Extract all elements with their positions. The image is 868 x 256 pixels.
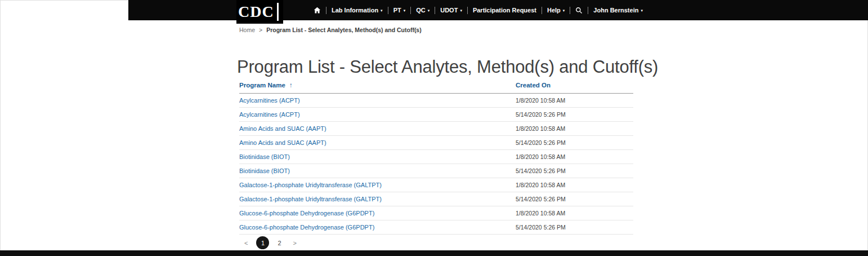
column-label: Created On	[516, 82, 551, 89]
table-row: Acylcarnitines (ACPT) 1/8/2020 10:58 AM	[239, 94, 633, 108]
program-name-cell: Acylcarnitines (ACPT)	[239, 94, 516, 108]
chevron-down-icon: ▾	[381, 8, 383, 13]
nav-home[interactable]	[308, 7, 326, 14]
program-name-cell: Galactose-1-phosphate Uridyltransferase …	[239, 192, 516, 206]
page-title: Program List - Select Analytes, Method(s…	[237, 57, 658, 77]
nav-label: Participation Request	[473, 7, 536, 14]
created-on-cell: 5/14/2020 5:26 PM	[516, 108, 633, 122]
chevron-down-icon: ▾	[404, 8, 406, 13]
table-row: Glucose-6-phosphate Dehydrogenase (G6PDP…	[239, 206, 633, 220]
table-row: Galactose-1-phosphate Uridyltransferase …	[239, 192, 633, 206]
chevron-down-icon: ▾	[460, 8, 462, 13]
program-name-cell: Biotinidase (BIOT)	[239, 150, 516, 164]
nav-label: PT	[393, 7, 401, 14]
program-name-cell: Galactose-1-phosphate Uridyltransferase …	[239, 178, 516, 192]
chevron-down-icon: ▾	[641, 8, 643, 13]
program-link[interactable]: Acylcarnitines (ACPT)	[239, 97, 300, 104]
table-row: Galactose-1-phosphate Uridyltransferase …	[239, 178, 633, 192]
sort-ascending-icon: ↑	[289, 82, 293, 89]
nav-help[interactable]: Help ▾	[542, 7, 570, 14]
created-on-cell: 1/8/2020 10:58 AM	[516, 94, 633, 108]
nav-label: Help	[547, 7, 561, 14]
nav-pt[interactable]: PT ▾	[388, 7, 411, 14]
breadcrumb-separator: >	[259, 27, 262, 33]
program-name-cell: Glucose-6-phosphate Dehydrogenase (G6PDP…	[239, 220, 516, 235]
program-name-cell: Amino Acids and SUAC (AAPT)	[239, 122, 516, 136]
breadcrumb-current: Program List - Select Analytes, Method(s…	[266, 27, 422, 33]
program-link[interactable]: Galactose-1-phosphate Uridyltransferase …	[239, 182, 382, 188]
created-on-cell: 5/14/2020 5:26 PM	[516, 220, 633, 235]
page-1-button[interactable]: 1	[256, 236, 269, 249]
breadcrumb-home-link[interactable]: Home	[239, 27, 255, 33]
cdc-logo-text: CDC	[238, 4, 274, 20]
program-name-cell: Acylcarnitines (ACPT)	[239, 108, 516, 122]
table-row: Acylcarnitines (ACPT) 5/14/2020 5:26 PM	[239, 108, 633, 122]
prev-page-button[interactable]: <	[241, 238, 251, 248]
program-link[interactable]: Biotinidase (BIOT)	[239, 153, 290, 160]
nav-udot[interactable]: UDOT ▾	[435, 7, 467, 14]
program-link[interactable]: Amino Acids and SUAC (AAPT)	[239, 125, 326, 132]
program-name-cell: Biotinidase (BIOT)	[239, 164, 516, 178]
table-row: Biotinidase (BIOT) 1/8/2020 10:58 AM	[239, 150, 633, 164]
program-name-cell: Amino Acids and SUAC (AAPT)	[239, 136, 516, 150]
program-link[interactable]: Galactose-1-phosphate Uridyltransferase …	[239, 196, 382, 202]
program-link[interactable]: Biotinidase (BIOT)	[239, 167, 290, 174]
page-2-button[interactable]: 2	[274, 238, 284, 248]
nav-participation-request[interactable]: Participation Request	[468, 7, 542, 14]
nav-label: UDOT	[440, 7, 458, 14]
main-nav: Lab Information ▾ PT ▾ QC ▾ UDOT ▾ Parti…	[308, 0, 648, 20]
cdc-logo-divider	[277, 3, 279, 21]
table-row: Amino Acids and SUAC (AAPT) 1/8/2020 10:…	[239, 122, 633, 136]
column-label: Program Name	[239, 82, 285, 89]
nav-search[interactable]	[570, 7, 588, 14]
nav-lab-information[interactable]: Lab Information ▾	[326, 7, 388, 14]
home-icon	[314, 7, 321, 14]
program-link[interactable]: Glucose-6-phosphate Dehydrogenase (G6PDP…	[239, 210, 374, 217]
column-header-program-name[interactable]: Program Name ↑	[239, 78, 516, 94]
breadcrumb: Home > Program List - Select Analytes, M…	[239, 27, 422, 33]
program-name-cell: Glucose-6-phosphate Dehydrogenase (G6PDP…	[239, 206, 516, 220]
program-link[interactable]: Acylcarnitines (ACPT)	[239, 111, 300, 118]
next-page-button[interactable]: >	[290, 238, 300, 248]
chevron-down-icon: ▾	[563, 8, 565, 13]
created-on-cell: 1/8/2020 10:58 AM	[516, 206, 633, 220]
created-on-cell: 5/14/2020 5:26 PM	[516, 164, 633, 178]
column-header-created-on[interactable]: Created On	[516, 78, 633, 94]
table-header-row: Program Name ↑ Created On	[239, 78, 633, 94]
nav-user-name: John Bernstein	[593, 7, 638, 14]
program-table: Program Name ↑ Created On Acylcarnitines…	[239, 78, 633, 235]
footer-bar	[0, 250, 868, 256]
table-row: Biotinidase (BIOT) 5/14/2020 5:26 PM	[239, 164, 633, 178]
created-on-cell: 1/8/2020 10:58 AM	[516, 150, 633, 164]
search-icon	[575, 7, 583, 14]
table-row: Amino Acids and SUAC (AAPT) 5/14/2020 5:…	[239, 136, 633, 150]
chevron-down-icon: ▾	[428, 8, 430, 13]
created-on-cell: 1/8/2020 10:58 AM	[516, 178, 633, 192]
nav-qc[interactable]: QC ▾	[411, 7, 435, 14]
nav-user-menu[interactable]: John Bernstein ▾	[588, 7, 648, 14]
nav-label: Lab Information	[332, 7, 378, 14]
page: CDC Lab Information ▾ PT ▾ QC ▾ UDOT ▾	[0, 0, 868, 256]
created-on-cell: 1/8/2020 10:58 AM	[516, 122, 633, 136]
cdc-logo[interactable]: CDC	[236, 0, 283, 24]
pagination: < 1 2 >	[241, 236, 300, 249]
program-link[interactable]: Glucose-6-phosphate Dehydrogenase (G6PDP…	[239, 224, 374, 231]
created-on-cell: 5/14/2020 5:26 PM	[516, 192, 633, 206]
table-row: Glucose-6-phosphate Dehydrogenase (G6PDP…	[239, 220, 633, 235]
created-on-cell: 5/14/2020 5:26 PM	[516, 136, 633, 150]
nav-label: QC	[416, 7, 426, 14]
program-link[interactable]: Amino Acids and SUAC (AAPT)	[239, 139, 326, 146]
